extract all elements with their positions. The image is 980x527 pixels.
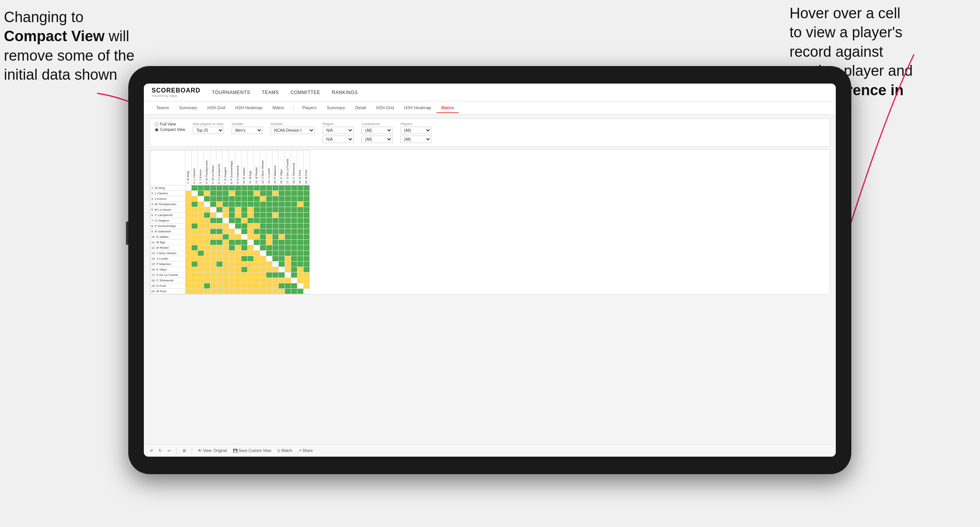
matrix-cell[interactable] bbox=[248, 289, 254, 294]
matrix-cell[interactable] bbox=[266, 202, 273, 207]
matrix-cell[interactable] bbox=[185, 185, 192, 191]
matrix-cell[interactable] bbox=[235, 262, 241, 267]
matrix-cell[interactable] bbox=[297, 196, 304, 202]
matrix-cell[interactable] bbox=[248, 191, 254, 196]
matrix-cell[interactable] bbox=[210, 202, 217, 207]
matrix-cell[interactable] bbox=[204, 278, 210, 283]
matrix-cell[interactable] bbox=[217, 256, 223, 262]
matrix-cell[interactable] bbox=[285, 272, 291, 278]
matrix-cell[interactable] bbox=[304, 185, 310, 191]
matrix-cell[interactable] bbox=[204, 196, 210, 202]
zoom-fit-button[interactable]: ⊞ bbox=[183, 448, 186, 453]
matrix-cell[interactable] bbox=[235, 207, 241, 213]
matrix-cell[interactable] bbox=[254, 240, 260, 245]
matrix-cell[interactable] bbox=[285, 245, 291, 251]
matrix-cell[interactable] bbox=[210, 289, 217, 294]
matrix-cell[interactable] bbox=[198, 207, 204, 213]
matrix-cell[interactable] bbox=[235, 251, 241, 256]
matrix-cell[interactable] bbox=[304, 267, 310, 272]
matrix-cell[interactable] bbox=[223, 223, 229, 229]
matrix-cell[interactable] bbox=[260, 278, 266, 283]
matrix-cell[interactable] bbox=[210, 191, 217, 196]
matrix-cell[interactable] bbox=[235, 185, 241, 191]
matrix-cell[interactable] bbox=[217, 251, 223, 256]
matrix-cell[interactable] bbox=[198, 256, 204, 262]
tab-detail[interactable]: Detail bbox=[351, 103, 371, 113]
matrix-cell[interactable] bbox=[241, 185, 248, 191]
matrix-cell[interactable] bbox=[198, 234, 204, 240]
matrix-cell[interactable] bbox=[192, 240, 198, 245]
matrix-cell[interactable] bbox=[273, 283, 279, 289]
matrix-cell[interactable] bbox=[229, 191, 235, 196]
matrix-cell[interactable] bbox=[304, 251, 310, 256]
matrix-cell[interactable] bbox=[223, 272, 229, 278]
matrix-cell[interactable] bbox=[185, 191, 192, 196]
matrix-cell[interactable] bbox=[285, 256, 291, 262]
matrix-cell[interactable] bbox=[192, 202, 198, 207]
matrix-cell[interactable] bbox=[304, 191, 310, 196]
matrix-cell[interactable] bbox=[260, 229, 266, 234]
matrix-cell[interactable] bbox=[223, 191, 229, 196]
nav-teams[interactable]: TEAMS bbox=[262, 88, 279, 97]
matrix-cell[interactable] bbox=[241, 245, 248, 251]
matrix-cell[interactable] bbox=[285, 213, 291, 218]
matrix-cell[interactable] bbox=[204, 185, 210, 191]
matrix-cell[interactable] bbox=[260, 245, 266, 251]
matrix-cell[interactable] bbox=[204, 251, 210, 256]
matrix-cell[interactable] bbox=[291, 283, 297, 289]
matrix-cell[interactable] bbox=[254, 289, 260, 294]
matrix-cell[interactable] bbox=[285, 283, 291, 289]
matrix-cell[interactable] bbox=[273, 191, 279, 196]
matrix-cell[interactable] bbox=[273, 185, 279, 191]
matrix-cell[interactable] bbox=[223, 283, 229, 289]
matrix-cell[interactable] bbox=[198, 191, 204, 196]
matrix-cell[interactable] bbox=[297, 256, 304, 262]
matrix-cell[interactable] bbox=[229, 223, 235, 229]
matrix-cell[interactable] bbox=[248, 283, 254, 289]
matrix-cell[interactable] bbox=[192, 218, 198, 223]
matrix-cell[interactable] bbox=[241, 289, 248, 294]
matrix-cell[interactable] bbox=[248, 251, 254, 256]
matrix-cell[interactable] bbox=[223, 229, 229, 234]
matrix-cell[interactable] bbox=[304, 207, 310, 213]
matrix-cell[interactable] bbox=[279, 196, 285, 202]
matrix-cell[interactable] bbox=[273, 229, 279, 234]
matrix-cell[interactable] bbox=[248, 207, 254, 213]
matrix-cell[interactable] bbox=[254, 245, 260, 251]
matrix-cell[interactable] bbox=[291, 240, 297, 245]
matrix-cell[interactable] bbox=[304, 256, 310, 262]
matrix-cell[interactable] bbox=[210, 267, 217, 272]
matrix-cell[interactable] bbox=[285, 267, 291, 272]
matrix-cell[interactable] bbox=[192, 289, 198, 294]
matrix-cell[interactable] bbox=[285, 289, 291, 294]
matrix-cell[interactable] bbox=[260, 256, 266, 262]
matrix-cell[interactable] bbox=[235, 191, 241, 196]
matrix-cell[interactable] bbox=[241, 207, 248, 213]
region-select[interactable]: N/A bbox=[323, 127, 354, 134]
matrix-cell[interactable] bbox=[273, 251, 279, 256]
matrix-cell[interactable] bbox=[210, 283, 217, 289]
matrix-cell[interactable] bbox=[192, 278, 198, 283]
matrix-cell[interactable] bbox=[229, 240, 235, 245]
matrix-cell[interactable] bbox=[192, 251, 198, 256]
matrix-cell[interactable] bbox=[223, 218, 229, 223]
save-custom-button[interactable]: 💾 Save Custom View bbox=[233, 448, 271, 453]
matrix-cell[interactable] bbox=[223, 196, 229, 202]
matrix-cell[interactable] bbox=[235, 240, 241, 245]
matrix-cell[interactable] bbox=[185, 196, 192, 202]
matrix-cell[interactable] bbox=[223, 289, 229, 294]
matrix-cell[interactable] bbox=[192, 229, 198, 234]
matrix-cell[interactable] bbox=[304, 196, 310, 202]
matrix-cell[interactable] bbox=[210, 262, 217, 267]
matrix-cell[interactable] bbox=[266, 272, 273, 278]
matrix-cell[interactable] bbox=[229, 267, 235, 272]
matrix-cell[interactable] bbox=[198, 218, 204, 223]
matrix-cell[interactable] bbox=[297, 223, 304, 229]
matrix-cell[interactable] bbox=[266, 267, 273, 272]
matrix-cell[interactable] bbox=[235, 283, 241, 289]
matrix-cell[interactable] bbox=[192, 191, 198, 196]
matrix-cell[interactable] bbox=[291, 262, 297, 267]
matrix-cell[interactable] bbox=[248, 267, 254, 272]
matrix-cell[interactable] bbox=[304, 202, 310, 207]
matrix-cell[interactable] bbox=[285, 262, 291, 267]
